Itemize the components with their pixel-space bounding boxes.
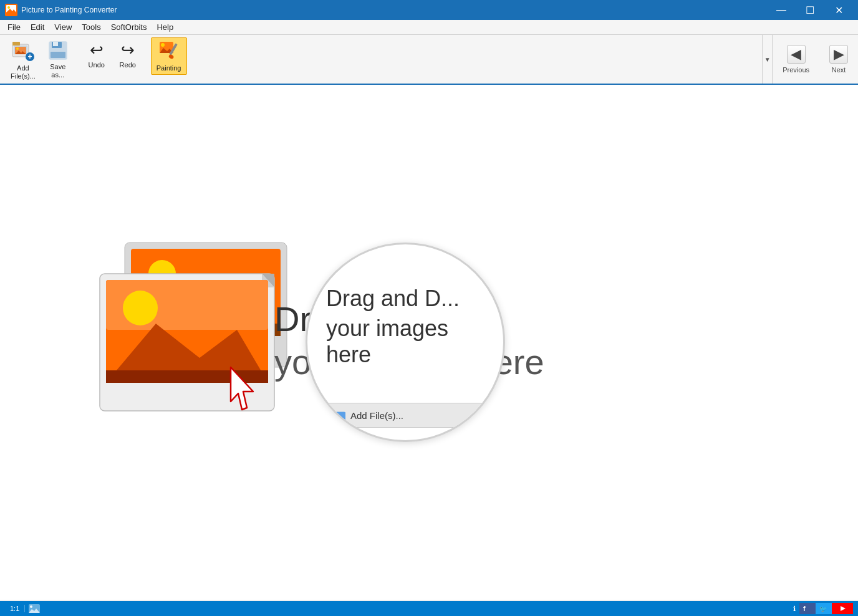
svg-rect-14 [53, 42, 58, 46]
undo-label: Undo [89, 61, 105, 69]
menu-softorbits[interactable]: SoftOrbits [106, 20, 152, 34]
window-title: Picture to Painting Converter [21, 6, 767, 14]
svg-rect-5 [12, 42, 20, 46]
magnifier-line1: Drag and D... [326, 286, 484, 311]
menu-tools[interactable]: Tools [77, 20, 105, 34]
window-controls: — ☐ ✕ [767, 0, 853, 20]
previous-button[interactable]: ◀ Previous [773, 35, 819, 84]
title-bar: Picture to Painting Converter — ☐ ✕ [0, 0, 858, 20]
ribbon: + AddFile(s)... Saveas... ↩ Undo [0, 35, 858, 85]
ribbon-nav: ◀ Previous ▶ Next [772, 35, 858, 84]
add-files-button[interactable]: + AddFile(s)... [5, 37, 41, 84]
menu-bar: File Edit View Tools SoftOrbits Help [0, 20, 858, 35]
painting-icon [158, 41, 180, 63]
info-icon[interactable]: ℹ [789, 605, 799, 613]
add-files-button-drop[interactable]: Add File(s)... [320, 403, 491, 428]
menu-help[interactable]: Help [152, 20, 178, 34]
svg-point-18 [161, 43, 165, 47]
previous-label: Previous [783, 66, 809, 74]
next-label: Next [832, 66, 846, 74]
svg-point-31 [123, 291, 158, 325]
save-icon [48, 41, 68, 62]
svg-rect-35 [328, 411, 335, 413]
app-icon [5, 4, 17, 16]
status-image-icon [25, 604, 44, 613]
menu-file[interactable]: File [2, 20, 26, 34]
twitter-button[interactable]: 🐦 [816, 603, 832, 614]
ribbon-buttons: + AddFile(s)... Saveas... ↩ Undo [0, 35, 192, 84]
folder-icon [328, 408, 345, 422]
main-content[interactable]: Drag and Drop your images here Drag and … [0, 85, 858, 600]
status-bar: 1:1 ℹ f 🐦 [0, 601, 858, 616]
previous-arrow-icon: ◀ [787, 45, 806, 64]
youtube-button[interactable] [832, 603, 853, 614]
redo-button[interactable]: ↪ Redo [113, 37, 143, 72]
social-buttons: f 🐦 [799, 603, 853, 614]
minimize-button[interactable]: — [767, 0, 796, 20]
undo-icon: ↩ [90, 41, 104, 60]
svg-point-9 [16, 47, 19, 50]
add-files-label: AddFile(s)... [11, 64, 36, 80]
next-arrow-icon: ▶ [829, 45, 848, 64]
facebook-button[interactable]: f [799, 603, 816, 614]
painting-button[interactable]: Painting [151, 37, 187, 75]
magnifier-content: Drag and D... your images here [307, 244, 503, 403]
save-as-button[interactable]: Saveas... [42, 37, 74, 82]
magnifier-line2: your images here [326, 315, 484, 368]
maximize-button[interactable]: ☐ [796, 0, 824, 20]
svg-text:🐦: 🐦 [819, 605, 827, 613]
magnifier-overlay: Drag and D... your images here Add File(… [306, 243, 505, 442]
svg-text:+: + [27, 52, 32, 61]
menu-view[interactable]: View [49, 20, 77, 34]
close-button[interactable]: ✕ [824, 0, 853, 20]
add-files-icon: + [11, 41, 35, 63]
menu-edit[interactable]: Edit [26, 20, 49, 34]
svg-text:f: f [803, 605, 806, 612]
svg-point-38 [30, 605, 32, 608]
redo-icon: ↪ [121, 41, 135, 60]
status-right: ℹ f 🐦 [789, 603, 853, 614]
painting-label: Painting [157, 64, 181, 72]
svg-rect-34 [328, 412, 345, 421]
next-button[interactable]: ▶ Next [819, 35, 858, 84]
redo-label: Redo [120, 61, 136, 69]
add-files-drop-label: Add File(s)... [350, 410, 403, 421]
ribbon-scroll-button[interactable]: ▼ [762, 35, 772, 84]
zoom-level: 1:1 [5, 605, 25, 612]
save-as-label: Saveas... [50, 63, 65, 79]
svg-point-3 [7, 6, 10, 9]
undo-button[interactable]: ↩ Undo [82, 37, 112, 72]
ribbon-spacer [192, 35, 763, 84]
svg-rect-15 [51, 52, 65, 58]
